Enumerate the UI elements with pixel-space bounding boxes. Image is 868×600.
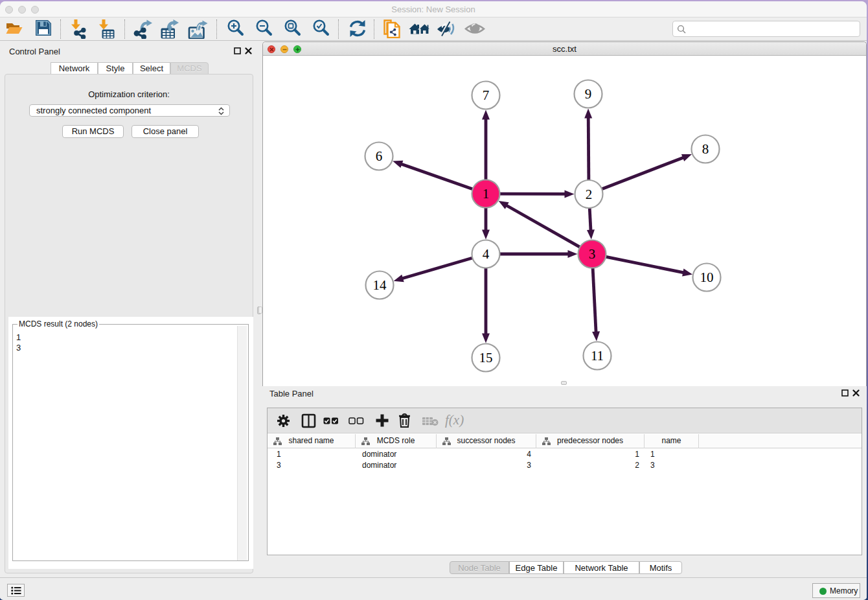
svg-text:1: 1 (483, 186, 490, 202)
svg-text:14: 14 (373, 277, 387, 293)
svg-text:8: 8 (702, 141, 709, 157)
svg-text:11: 11 (591, 348, 604, 363)
svg-text:4: 4 (483, 246, 490, 262)
svg-text:9: 9 (585, 86, 592, 102)
svg-text:15: 15 (479, 350, 493, 365)
svg-text:3: 3 (589, 246, 596, 262)
svg-text:10: 10 (700, 270, 714, 285)
svg-text:2: 2 (586, 187, 593, 202)
svg-text:7: 7 (483, 87, 490, 103)
svg-text:6: 6 (376, 148, 383, 164)
